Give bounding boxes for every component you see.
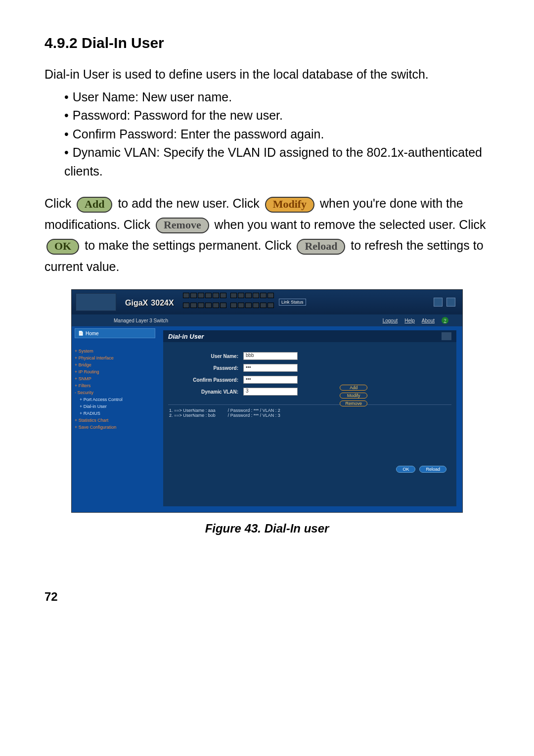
flow-text: to add the new user. Click	[118, 196, 263, 210]
nav-item[interactable]: + System	[75, 348, 156, 355]
flow-text: when you want to remove the selected use…	[215, 218, 486, 231]
figure-caption: Figure 43. Dial-In user	[44, 522, 490, 535]
reload-button[interactable]: Reload	[297, 239, 345, 255]
dynamic-vlan-input[interactable]: 3	[243, 388, 298, 396]
bullet-item: Dynamic VLAN: Specify the VLAN ID assign…	[64, 143, 490, 180]
ok-button[interactable]: OK	[46, 239, 79, 255]
nav-item[interactable]: + Filters	[75, 383, 156, 390]
modify-button[interactable]: Modify	[265, 197, 314, 213]
logout-link[interactable]: Logout	[383, 318, 398, 323]
panel-reload-button[interactable]: Reload	[419, 466, 446, 473]
action-button-column: Add Modify Remove	[340, 385, 367, 406]
nav-tree: + System + Physical Interface + Bridge +…	[75, 348, 156, 431]
brand-model: 3024X	[151, 299, 174, 307]
panel-ok-button[interactable]: OK	[396, 466, 415, 473]
section-heading: 4.9.2 Dial-In User	[44, 35, 490, 51]
panel-title-bar: Dial-in User	[163, 330, 456, 342]
about-link[interactable]: About	[422, 318, 435, 323]
user-list: 1. ==> UserName : aaa / Password : *** /…	[168, 404, 451, 419]
confirm-password-label: Confirm Password:	[174, 377, 238, 383]
top-bar: GigaX 3024X Link Status	[72, 290, 462, 314]
user-row[interactable]: 1. ==> UserName : aaa / Password : *** /…	[169, 408, 303, 413]
flow-paragraph: Click Add to add the new user. Click Mod…	[44, 193, 490, 277]
password-label: Password:	[174, 365, 238, 371]
top-links: Logout Help About ?	[383, 317, 448, 324]
help-link[interactable]: Help	[404, 318, 415, 323]
model-line: Managed Layer 3 Switch	[114, 318, 168, 323]
toolbar-icon[interactable]	[434, 298, 443, 307]
nav-item[interactable]: + Save Configuration	[75, 424, 156, 431]
panel-modify-button[interactable]: Modify	[340, 393, 367, 399]
sub-bar: Managed Layer 3 Switch Logout Help About…	[72, 314, 462, 326]
content-panel: Dial-in User User Name: bbb Password: ••…	[163, 330, 456, 506]
brand-logo: GigaX 3024X	[125, 296, 174, 309]
nav-item[interactable]: + Bridge	[75, 362, 156, 369]
nav-sub-item[interactable]: + RADIUS	[80, 410, 156, 417]
panel-add-button[interactable]: Add	[340, 385, 367, 391]
nav-item[interactable]: + Physical Interface	[75, 355, 156, 362]
bullet-item: User Name: New user name.	[64, 88, 490, 107]
bullet-list: User Name: New user name. Password: Pass…	[64, 88, 490, 181]
help-icon[interactable]: ?	[442, 317, 448, 324]
panel-footer-buttons: OK Reload	[396, 466, 446, 473]
link-status-label: Link Status	[279, 299, 306, 306]
nav-item[interactable]: + Statistics Chart	[75, 417, 156, 424]
password-input[interactable]: •••	[243, 364, 298, 372]
brand-text: GigaX	[125, 299, 148, 307]
username-label: User Name:	[174, 354, 238, 359]
panel-title: Dial-in User	[168, 333, 204, 340]
bullet-item: Confirm Password: Enter the password aga…	[64, 125, 490, 144]
flow-text: to make the settings permanent. Click	[85, 238, 295, 252]
device-thumbnail	[76, 293, 116, 311]
panel-remove-button[interactable]: Remove	[340, 400, 367, 406]
page-number: 72	[44, 590, 490, 604]
home-button[interactable]: Home	[75, 328, 155, 338]
username-input[interactable]: bbb	[243, 352, 298, 360]
remove-button[interactable]: Remove	[156, 218, 209, 233]
port-status-grid	[183, 293, 274, 311]
confirm-password-input[interactable]: •••	[243, 376, 298, 384]
nav-item[interactable]: - Security	[75, 390, 156, 397]
nav-item[interactable]: + SNMP	[75, 376, 156, 383]
panel-title-icon	[442, 332, 451, 340]
nav-item[interactable]: + IP Routing	[75, 369, 156, 376]
flow-text: Click	[44, 196, 75, 210]
dynamic-vlan-label: Dynamic VLAN:	[174, 389, 238, 395]
nav-sub-item[interactable]: + Dial-in User	[80, 403, 156, 410]
intro-text: Dial-in User is used to define users in …	[44, 66, 490, 83]
dial-in-form: User Name: bbb Password: ••• Confirm Pas…	[163, 342, 456, 403]
nav-sub-item[interactable]: + Port Access Control	[80, 397, 156, 403]
screenshot-figure: GigaX 3024X Link Status Managed Layer 3 …	[71, 289, 463, 513]
user-row[interactable]: 2. ==> UserName : bob / Password : *** /…	[169, 413, 303, 418]
add-button[interactable]: Add	[77, 197, 112, 213]
bullet-item: Password: Password for the new user.	[64, 106, 490, 125]
toolbar-icon[interactable]	[446, 298, 455, 307]
